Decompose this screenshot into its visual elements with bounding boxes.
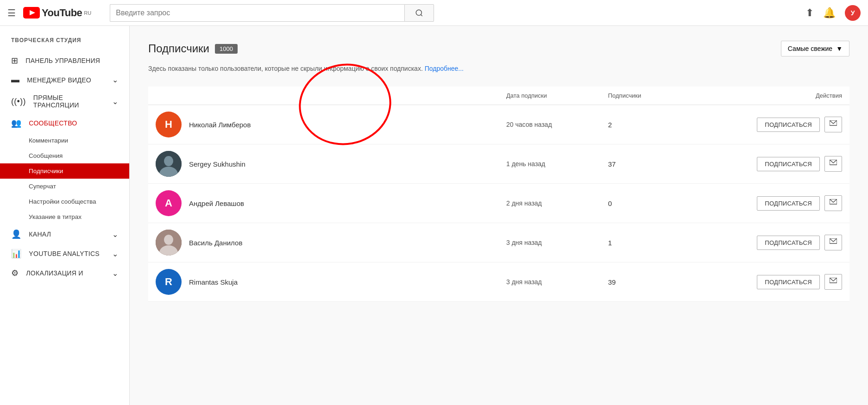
- avatar: Н: [156, 112, 182, 137]
- subscribe-button[interactable]: Подписаться: [757, 118, 820, 132]
- community-icon: 👥: [11, 118, 21, 128]
- youtube-logo-icon: [23, 7, 40, 19]
- sort-label: Самые свежие: [788, 45, 832, 52]
- subscribe-button[interactable]: Подписаться: [757, 236, 820, 250]
- upload-icon[interactable]: ⬆: [805, 7, 814, 19]
- sidebar-sub-superchat[interactable]: Суперчат: [0, 179, 129, 194]
- info-link[interactable]: Подробнее...: [425, 65, 464, 72]
- subscribe-button[interactable]: Подписаться: [757, 275, 820, 289]
- chevron-down-icon-live: ⌄: [112, 97, 118, 106]
- user-name: Андрей Левашов: [189, 199, 244, 207]
- sidebar-sub-messages[interactable]: Сообщения: [0, 148, 129, 163]
- table-row: R Rimantas Skuja 3 дня назад 39 Подписат…: [148, 262, 849, 302]
- sidebar-sub-comments[interactable]: Комментарии: [0, 133, 129, 148]
- date-cell: 1 день назад: [499, 144, 601, 184]
- channel-icon: 👤: [11, 229, 21, 239]
- user-avatar[interactable]: У: [845, 5, 861, 21]
- sidebar-item-video-manager[interactable]: ▬ МЕНЕДЖЕР ВИДЕО ⌄: [0, 70, 129, 89]
- table-row: Н Николай Лимберов 20 часов назад 2 Подп…: [148, 105, 849, 144]
- message-icon: [830, 160, 837, 166]
- search-bar: [110, 4, 434, 22]
- user-cell: А Андрей Левашов: [148, 184, 499, 223]
- table-row: Sergey Sukhushin 1 день назад 37 Подписа…: [148, 144, 849, 184]
- date-cell: 2 дня назад: [499, 184, 601, 223]
- sidebar-item-channel[interactable]: 👤 КАНАЛ ⌄: [0, 224, 129, 244]
- sort-chevron-icon: ▼: [836, 45, 843, 52]
- col-date: Дата подписки: [499, 87, 601, 105]
- sidebar-sub-credits[interactable]: Указание в титрах: [0, 209, 129, 224]
- sidebar-label-live: ПРЯМЫЕ ТРАНСЛЯЦИИ: [33, 94, 105, 109]
- sidebar-item-localization[interactable]: ⚙ ЛОКАЛИЗАЦИЯ И ⌄: [0, 263, 129, 283]
- col-user: [148, 87, 499, 105]
- topbar-left: ☰ YouTubeRU: [7, 7, 91, 19]
- logo-ru: RU: [84, 10, 91, 16]
- subs-count-cell: 1: [601, 223, 681, 262]
- subs-count-cell: 37: [601, 144, 681, 184]
- subscribers-count-badge: 1000: [215, 44, 238, 54]
- sidebar-item-analytics[interactable]: 📊 YOUTUBE ANALYTICS ⌄: [0, 244, 129, 263]
- svg-point-11: [164, 235, 173, 245]
- table-row: Василь Данилов 3 дня назад 1 Подписаться: [148, 223, 849, 262]
- logo-text: YouTube: [42, 7, 82, 19]
- sidebar-sub-community-settings[interactable]: Настройки сообщества: [0, 194, 129, 209]
- user-name: Sergey Sukhushin: [189, 160, 245, 168]
- bell-icon[interactable]: 🔔: [823, 7, 836, 19]
- subs-count-cell: 2: [601, 105, 681, 144]
- user-cell: Sergey Sukhushin: [148, 144, 499, 184]
- subscribe-button[interactable]: Подписаться: [757, 157, 820, 171]
- logo[interactable]: YouTubeRU: [23, 7, 91, 19]
- sidebar-item-dashboard[interactable]: ⊞ ПАНЕЛЬ УПРАВЛЕНИЯ: [0, 51, 129, 70]
- search-input[interactable]: [110, 4, 404, 22]
- message-button[interactable]: [824, 235, 842, 250]
- chevron-down-icon-localization: ⌄: [112, 269, 118, 278]
- search-button[interactable]: [404, 4, 434, 22]
- svg-point-6: [164, 156, 173, 166]
- sidebar-item-live[interactable]: ((•)) ПРЯМЫЕ ТРАНСЛЯЦИИ ⌄: [0, 89, 129, 113]
- chevron-down-icon: ⌄: [112, 75, 118, 84]
- hamburger-icon[interactable]: ☰: [7, 7, 16, 19]
- sidebar-label-community: СООБЩЕСТВО: [29, 119, 77, 127]
- dashboard-icon: ⊞: [11, 56, 18, 66]
- main-content: Подписчики 1000 Самые свежие ▼ Здесь пок…: [130, 26, 868, 405]
- user-cell: Н Николай Лимберов: [148, 105, 499, 144]
- subs-count-cell: 39: [601, 262, 681, 302]
- sidebar-label-analytics: YOUTUBE ANALYTICS: [29, 250, 100, 257]
- actions-cell: Подписаться: [681, 223, 849, 262]
- sort-dropdown[interactable]: Самые свежие ▼: [781, 41, 849, 56]
- sidebar-sub-subscribers[interactable]: Подписчики: [0, 163, 129, 179]
- message-icon: [830, 278, 837, 284]
- message-icon: [830, 199, 837, 206]
- actions-cell: Подписаться: [681, 184, 849, 223]
- user-cell: R Rimantas Skuja: [148, 262, 499, 302]
- date-cell: 20 часов назад: [499, 105, 601, 144]
- topbar-right: ⬆ 🔔 У: [805, 5, 861, 21]
- user-name: Николай Лимберов: [189, 121, 251, 129]
- message-button[interactable]: [824, 117, 842, 132]
- info-bar: Здесь показаны только пользователи, кото…: [148, 64, 849, 74]
- date-cell: 3 дня назад: [499, 223, 601, 262]
- svg-point-2: [416, 10, 421, 15]
- actions-cell: Подписаться: [681, 262, 849, 302]
- message-button[interactable]: [824, 195, 842, 211]
- avatar: А: [156, 190, 182, 216]
- chevron-down-icon-channel: ⌄: [112, 230, 118, 239]
- user-name: Василь Данилов: [189, 239, 242, 247]
- avatar: R: [156, 269, 182, 295]
- live-icon: ((•)): [11, 97, 26, 106]
- topbar: ☰ YouTubeRU ⬆ 🔔 У: [0, 0, 868, 26]
- layout: ТВОРЧЕСКАЯ СТУДИЯ ⊞ ПАНЕЛЬ УПРАВЛЕНИЯ ▬ …: [0, 26, 868, 405]
- search-icon: [415, 9, 423, 17]
- user-cell: Василь Данилов: [148, 223, 499, 262]
- sidebar-label-channel: КАНАЛ: [29, 231, 51, 238]
- actions-cell: Подписаться: [681, 144, 849, 184]
- table-row: А Андрей Левашов 2 дня назад 0 Подписать…: [148, 184, 849, 223]
- message-button[interactable]: [824, 156, 842, 172]
- actions-cell: Подписаться: [681, 105, 849, 144]
- sidebar-item-community[interactable]: 👥 СООБЩЕСТВО: [0, 113, 129, 133]
- analytics-icon: 📊: [11, 249, 21, 259]
- message-icon: [830, 120, 837, 127]
- avatar: [156, 230, 182, 255]
- subs-count-cell: 0: [601, 184, 681, 223]
- subscribe-button[interactable]: Подписаться: [757, 196, 820, 211]
- message-button[interactable]: [824, 274, 842, 290]
